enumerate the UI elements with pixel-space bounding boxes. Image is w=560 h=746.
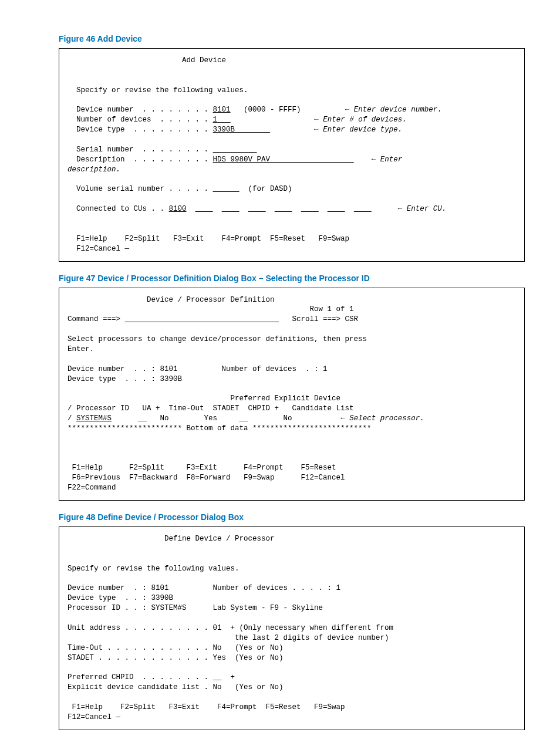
f46-cu-label: Connected to CUs . . [76, 205, 164, 213]
f46-instruct: Specify or revise the following values. [76, 86, 248, 94]
figure-46-screen: Add Device Specify or revise the followi… [59, 48, 525, 262]
f47-row-hint: Select processor. [349, 414, 424, 423]
f46-desc-value[interactable]: HDS 9980V PAV [213, 156, 271, 164]
f46-devtype-label: Device type . . . . . . . . . [76, 126, 208, 134]
f46-devnum-range: (0000 - FFFF) [244, 106, 301, 114]
figure-47-title: Figure 47 Device / Processor Definition … [59, 274, 525, 283]
f48-screen-title: Define Device / Processor [164, 535, 275, 543]
f48-unitaddr: Unit address . . . . . . . . . . 01 + (O… [68, 624, 393, 632]
f46-devnum-hint: Enter device number. [354, 106, 442, 114]
f46-devtype-hint: Enter device type. [323, 126, 402, 134]
f46-devnum-value[interactable]: 8101 [213, 106, 231, 114]
f46-numdev-value[interactable]: 1 [213, 116, 218, 124]
f46-vol-note: (for DASD) [248, 185, 292, 193]
f48-stadet: STADET . . . . . . . . . . . . . Yes (Ye… [68, 654, 284, 662]
f46-desc-label: Description . . . . . . . . . [76, 156, 208, 164]
f47-bottom: ************************** Bottom of dat… [68, 424, 372, 433]
f46-serial-value[interactable] [213, 146, 257, 154]
f46-vol-value[interactable] [213, 185, 239, 193]
f47-row-post: __ No Yes __ No [112, 414, 340, 423]
f46-serial-label: Serial number . . . . . . . . [76, 146, 208, 154]
f46-cu-hint: Enter CU. [407, 205, 447, 213]
figure-46-title: Figure 46 Add Device [59, 34, 525, 43]
f47-row-pre: / [68, 414, 72, 423]
f48-devtype: Device type . . : 3390B [68, 594, 173, 602]
f46-fkeys2: F12=Cancel — [76, 245, 129, 253]
f46-desc-hint2: description. [68, 166, 120, 174]
f47-instruct2: Enter. [68, 345, 94, 353]
f47-screen-title: Device / Processor Definition [147, 296, 275, 304]
f46-cu-value[interactable]: 8100 [169, 205, 187, 213]
f48-fkeys2: F12=Cancel — [68, 713, 120, 721]
f47-scroll: Scroll ===> CSR [292, 315, 359, 323]
f46-fkeys1: F1=Help F2=Split F3=Exit F4=Prompt F5=Re… [76, 235, 349, 243]
f47-devtype: Device type . . . : 3390B [68, 375, 182, 383]
f46-devtype-value[interactable]: 3390B [213, 126, 235, 134]
f48-devnum: Device number . : 8101 Number of devices… [68, 584, 340, 592]
figure-48-title: Figure 48 Define Device / Processor Dial… [59, 512, 525, 522]
f47-fkeys1: F1=Help F2=Split F3=Exit F4=Prompt F5=Re… [72, 464, 336, 472]
figure-47-screen: Device / Processor Definition Row 1 of 1… [59, 288, 525, 501]
f46-desc-hint: Enter [380, 156, 403, 164]
f48-unitaddr2: the last 2 digits of device number) [68, 634, 389, 642]
f46-numdev-hint: Enter # of devices. [323, 116, 407, 124]
f47-cmd-label: Command ===> [68, 315, 120, 323]
f46-screen-title: Add Device [182, 56, 226, 65]
f46-vol-label: Volume serial number . . . . . [76, 185, 208, 193]
f48-prefchpid: Preferred CHPID . . . . . . . . __ + [68, 673, 235, 681]
f47-devnum: Device number . . : 8101 Number of devic… [68, 365, 328, 373]
figure-48-screen: Define Device / Processor Specify or rev… [59, 526, 525, 730]
f46-devnum-label: Device number . . . . . . . . [76, 106, 208, 114]
f47-colhead2: / Processor ID UA + Time-Out STADET CHPI… [68, 404, 354, 413]
f47-colhead1: Preferred Explicit Device [68, 394, 340, 403]
f46-numdev-label: Number of devices . . . . . . [76, 116, 208, 124]
f47-fkeys2: F6=Previous F7=Backward F8=Forward F9=Sw… [72, 474, 345, 482]
f47-fkeys3: F22=Command [68, 484, 116, 492]
f48-instruct: Specify or revise the following values. [68, 565, 239, 573]
f48-timeout: Time-Out . . . . . . . . . . . . No (Yes… [68, 644, 284, 652]
f48-procid: Processor ID . . : SYSTEM#S Lab System -… [68, 604, 323, 612]
f47-row: Row 1 of 1 [310, 305, 354, 313]
f47-cmd-input[interactable] [125, 315, 279, 323]
f47-instruct1: Select processors to change device/proce… [68, 335, 367, 343]
f47-row-sys[interactable]: SYSTEM#S [76, 414, 112, 423]
f48-fkeys1: F1=Help F2=Split F3=Exit F4=Prompt F5=Re… [72, 703, 345, 711]
f48-explicit: Explicit device candidate list . No (Yes… [68, 683, 284, 691]
